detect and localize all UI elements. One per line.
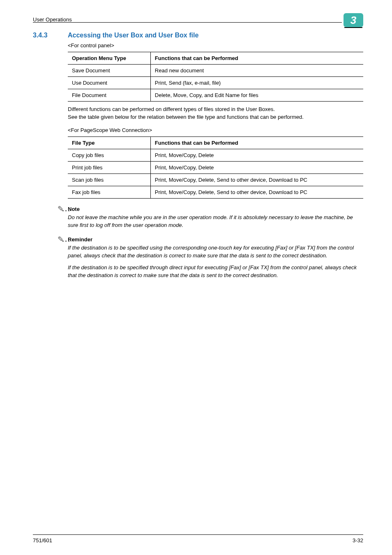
note-icon: ✎... [58,204,71,213]
table-cell: Save Document [68,65,150,77]
table-header: File Type [68,136,150,149]
note-body: Do not leave the machine while you are i… [68,214,363,229]
table-cell: Use Document [68,77,150,89]
table-cell: Print, Move/Copy, Delete [150,149,363,161]
table-cell: Print, Move/Copy, Delete [150,161,363,173]
pagescope-table: File Type Functions that can be Performe… [68,136,363,199]
header-rule [33,22,342,23]
reminder-icon: ✎... [58,235,71,244]
table-cell: Print, Move/Copy, Delete, Send to other … [150,186,363,198]
control-panel-table: Operation Menu Type Functions that can b… [68,52,363,102]
table-row: Fax job files Print, Move/Copy, Delete, … [68,186,363,198]
reminder-body: If the destination is to be specified us… [68,244,363,260]
table-row: Scan job files Print, Move/Copy, Delete,… [68,173,363,186]
table-cell: Delete, Move, Copy, and Edit Name for fi… [150,89,363,102]
footer-right: 3-32 [353,537,363,543]
chapter-number-tab: 3 [344,13,363,27]
table-cell: Print job files [68,161,150,173]
table-cell: Copy job files [68,149,150,161]
table-row: Save Document Read new document [68,65,363,77]
running-header: User Operations [33,14,72,23]
table-cell: Scan job files [68,173,150,186]
footer-left: 751/601 [33,537,52,543]
table-cell: Print, Send (fax, e-mail, file) [150,77,363,89]
table-cell: File Document [68,89,150,102]
pagescope-label: <For PageScope Web Connection> [68,127,363,133]
reminder-body: If the destination is to be specified th… [68,264,363,280]
table-header: Functions that can be Performed [150,52,363,65]
table-row: File Document Delete, Move, Copy, and Ed… [68,89,363,102]
reminder-heading: Reminder [68,236,363,243]
table-row: Copy job files Print, Move/Copy, Delete [68,149,363,161]
table-header: Operation Menu Type [68,52,150,65]
note-heading: Note [68,206,363,212]
table-cell: Print, Move/Copy, Delete, Send to other … [150,173,363,186]
body-paragraph: Different functions can be performed on … [68,106,363,121]
table-row: Use Document Print, Send (fax, e-mail, f… [68,77,363,89]
section-number: 3.4.3 [33,32,68,39]
table-header: Functions that can be Performed [150,136,363,149]
table-row: Print job files Print, Move/Copy, Delete [68,161,363,173]
table-cell: Fax job files [68,186,150,198]
control-panel-label: <For control panel> [68,42,363,49]
table-cell: Read new document [150,65,363,77]
section-title: Accessing the User Box and User Box file [68,32,198,39]
